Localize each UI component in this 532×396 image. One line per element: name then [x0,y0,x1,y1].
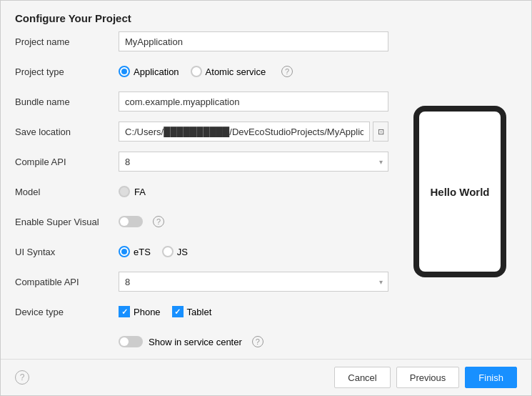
checkbox-tablet[interactable]: Tablet [172,306,212,317]
dialog-body: Project name Project type Application [1,31,531,359]
project-name-row: Project name [15,31,388,51]
save-location-control: ⊡ [119,122,388,142]
radio-application-dot [119,66,130,77]
model-value-label: FA [134,187,146,197]
device-type-control: Phone Tablet [119,306,388,317]
cancel-button[interactable]: Cancel [334,367,390,388]
project-name-control [119,31,388,51]
checkbox-tablet-box [172,306,184,317]
super-visual-help-icon[interactable]: ? [153,216,164,227]
service-center-label-text: Show in service center [149,337,242,347]
super-visual-toggle[interactable] [119,216,143,227]
preview-area: Hello World [403,31,517,352]
form-area: Project name Project type Application [15,31,388,352]
radio-js[interactable]: JS [162,246,188,257]
model-label: Model [15,187,119,197]
ui-syntax-label: UI Syntax [15,247,119,257]
service-center-toggle[interactable] [119,336,143,347]
bundle-name-label: Bundle name [15,96,119,107]
model-row: Model FA [15,182,388,202]
radio-ets-dot [119,246,130,257]
super-visual-toggle-row: ? [119,216,388,227]
radio-application[interactable]: Application [119,66,179,77]
service-center-row: Show in service center ? [15,332,388,352]
footer-left: ? [15,370,328,385]
compatible-api-row: Compatible API 8 ▾ [15,272,388,292]
compatible-api-select[interactable]: 8 [119,272,388,292]
save-location-wrapper: ⊡ [119,122,388,142]
radio-atomic-label: Atomic service [206,66,266,77]
compile-api-label: Compile API [15,157,119,167]
service-center-help-icon[interactable]: ? [252,336,264,347]
dialog-footer: ? Cancel Previous Finish [1,359,531,395]
save-location-row: Save location ⊡ [15,122,388,142]
radio-atomic-dot [191,66,202,77]
configure-project-dialog: Configure Your Project Project name Proj… [0,0,532,396]
compatible-api-select-wrapper: 8 ▾ [119,272,388,292]
project-type-help-icon[interactable]: ? [281,66,293,77]
radio-ets[interactable]: eTS [119,246,151,257]
folder-icon: ⊡ [378,127,384,137]
radio-js-dot [162,246,174,257]
device-type-label: Device type [15,307,119,317]
service-center-toggle-row: Show in service center ? [119,336,388,347]
super-visual-control: ? [119,216,388,227]
bundle-name-input[interactable] [119,91,388,112]
compile-api-row: Compile API 8 ▾ [15,152,388,172]
ui-syntax-control: eTS JS [119,246,388,257]
model-radio[interactable]: FA [119,186,388,197]
service-center-control: Show in service center ? [119,336,388,347]
model-control: FA [119,186,388,197]
ui-syntax-radio-group: eTS JS [119,246,388,257]
super-visual-label: Enable Super Visual [15,217,119,227]
compile-api-select[interactable]: 8 [119,152,388,172]
previous-button[interactable]: Previous [396,367,460,388]
model-radio-dot [119,186,130,197]
super-visual-row: Enable Super Visual ? [15,212,388,232]
checkbox-phone-label: Phone [134,307,161,317]
bundle-name-row: Bundle name [15,91,388,112]
radio-js-label: JS [177,247,188,257]
compatible-api-control: 8 ▾ [119,272,388,292]
project-type-row: Project type Application Atomic service … [15,61,388,81]
save-location-label: Save location [15,127,119,137]
dialog-title: Configure Your Project [1,1,531,31]
radio-application-label: Application [134,66,179,77]
project-type-label: Project type [15,66,119,77]
project-type-radio-group: Application Atomic service ? [119,66,388,77]
radio-atomic-service[interactable]: Atomic service [191,66,266,77]
device-type-row: Device type Phone Tablet [15,302,388,322]
checkbox-phone-box [119,306,130,317]
compatible-api-label: Compatible API [15,277,119,287]
radio-ets-label: eTS [134,247,151,257]
hello-world-text: Hello World [430,186,489,198]
compile-api-control: 8 ▾ [119,152,388,172]
project-name-input[interactable] [119,31,388,51]
device-type-checkbox-group: Phone Tablet [119,306,388,317]
footer-help-icon[interactable]: ? [15,370,29,385]
bundle-name-control [119,91,388,112]
phone-mockup: Hello World [413,106,506,277]
project-type-control: Application Atomic service ? [119,66,388,77]
ui-syntax-row: UI Syntax eTS JS [15,242,388,262]
checkbox-phone[interactable]: Phone [119,306,161,317]
browse-folder-button[interactable]: ⊡ [373,122,388,142]
compile-api-select-wrapper: 8 ▾ [119,152,388,172]
project-name-label: Project name [15,36,119,47]
finish-button[interactable]: Finish [465,367,517,388]
save-location-input[interactable] [119,122,370,142]
checkbox-tablet-label: Tablet [187,307,212,317]
